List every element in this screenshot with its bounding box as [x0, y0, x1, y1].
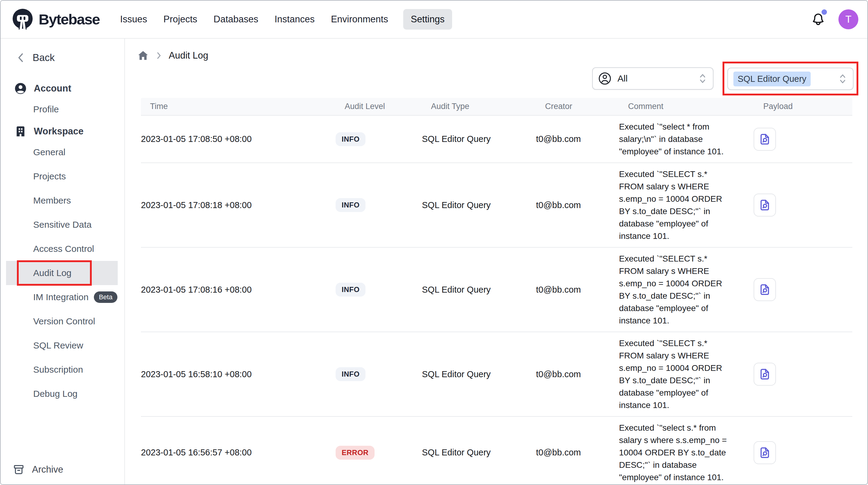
- sidebar-item-sql-review[interactable]: SQL Review: [1, 334, 118, 358]
- audit-level-badge: INFO: [336, 132, 366, 146]
- col-header-payload: Payload: [741, 102, 852, 111]
- sidebar-item-profile[interactable]: Profile: [1, 97, 118, 121]
- sidebar-item-archive[interactable]: Archive: [1, 460, 124, 479]
- chevrons-up-down-icon: [699, 74, 707, 84]
- chevrons-up-down-icon: [838, 74, 847, 84]
- row-payload-cell: [732, 194, 852, 217]
- row-level-cell: INFO: [336, 132, 422, 146]
- row-comment: Executed `"select s.* from salary s wher…: [619, 422, 732, 484]
- row-audit-type: SQL Editor Query: [422, 200, 536, 210]
- row-time: 2023-01-05 17:08:18 +08:00: [141, 200, 336, 210]
- sidebar-item-sensitive-data[interactable]: Sensitive Data: [1, 212, 118, 237]
- nav-item-settings[interactable]: Settings: [403, 9, 452, 30]
- audit-log-table: Time Audit Level Audit Type Creator Comm…: [141, 98, 852, 484]
- row-audit-type: SQL Editor Query: [422, 369, 536, 379]
- brand-name: Bytebase: [39, 11, 100, 28]
- sidebar-item-label: Debug Log: [33, 389, 78, 399]
- home-icon[interactable]: [137, 50, 149, 61]
- sidebar-item-members[interactable]: Members: [1, 189, 118, 212]
- back-label: Back: [33, 52, 55, 63]
- col-header-type: Audit Type: [431, 102, 545, 111]
- sidebar-item-subscription[interactable]: Subscription: [1, 358, 118, 382]
- archive-label: Archive: [32, 464, 63, 475]
- archive-icon: [13, 463, 25, 476]
- creator-filter-select[interactable]: All: [592, 67, 713, 90]
- payload-view-button[interactable]: [754, 278, 776, 301]
- sidebar-item-im-integration[interactable]: IM IntegrationBeta: [1, 285, 118, 309]
- file-search-icon: [758, 133, 771, 146]
- annotation-red-box-filter: SQL Editor Query: [722, 62, 858, 95]
- row-audit-type: SQL Editor Query: [422, 285, 536, 295]
- row-level-cell: INFO: [336, 198, 422, 212]
- section-header-workspace: Workspace: [1, 123, 124, 140]
- nav-item-issues[interactable]: Issues: [119, 9, 149, 30]
- sidebar-item-audit-log[interactable]: Audit Log: [6, 261, 118, 285]
- avatar[interactable]: T: [838, 9, 858, 29]
- chevron-left-icon: [16, 52, 25, 63]
- sidebar-item-label: Profile: [33, 104, 59, 114]
- sidebar-item-label: Projects: [33, 171, 66, 181]
- sidebar-item-debug-log[interactable]: Debug Log: [1, 382, 118, 406]
- sidebar-item-general[interactable]: General: [1, 140, 118, 164]
- row-audit-type: SQL Editor Query: [422, 134, 536, 144]
- row-creator: t0@bb.com: [536, 448, 619, 458]
- sidebar-item-label: General: [33, 147, 65, 157]
- sidebar-item-label: Sensitive Data: [33, 220, 91, 230]
- user-icon: [14, 82, 27, 95]
- row-comment: Executed `"SELECT s.* FROM salary s WHER…: [619, 253, 732, 327]
- notification-dot: [822, 9, 827, 15]
- row-time: 2023-01-05 17:08:16 +08:00: [141, 285, 336, 295]
- audit-level-badge: ERROR: [336, 446, 375, 460]
- row-time: 2023-01-05 17:08:50 +08:00: [141, 134, 336, 144]
- app-window: Bytebase IssuesProjectsDatabasesInstance…: [0, 0, 868, 485]
- nav-item-environments[interactable]: Environments: [330, 9, 389, 30]
- file-search-icon: [758, 446, 771, 459]
- col-header-level: Audit Level: [345, 102, 431, 111]
- sidebar-item-label: Members: [33, 195, 71, 206]
- audit-type-filter-select[interactable]: SQL Editor Query: [727, 68, 854, 90]
- nav-item-instances[interactable]: Instances: [273, 9, 316, 30]
- audit-type-filter-value: SQL Editor Query: [734, 72, 811, 86]
- filters-row: All SQL Editor Query: [141, 62, 858, 95]
- sidebar-item-label: IM Integration: [33, 292, 88, 302]
- row-comment: Executed `"select * from salary;\n"` in …: [619, 120, 732, 158]
- table-body: 2023-01-05 17:08:50 +08:00 INFO SQL Edit…: [141, 115, 852, 484]
- section-label: Account: [34, 83, 71, 94]
- audit-level-badge: INFO: [336, 198, 366, 212]
- section-header-account: Account: [1, 80, 124, 97]
- col-header-comment: Comment: [628, 102, 741, 111]
- payload-view-button[interactable]: [754, 363, 776, 386]
- sidebar-item-access-control[interactable]: Access Control: [1, 237, 118, 261]
- row-audit-type: SQL Editor Query: [422, 448, 536, 458]
- row-payload-cell: [732, 363, 852, 386]
- row-level-cell: INFO: [336, 367, 422, 381]
- payload-view-button[interactable]: [754, 194, 776, 217]
- file-search-icon: [758, 199, 771, 211]
- nav-item-databases[interactable]: Databases: [213, 9, 259, 30]
- bytebase-logo-icon: [11, 7, 34, 31]
- payload-view-button[interactable]: [754, 128, 776, 151]
- top-navbar: Bytebase IssuesProjectsDatabasesInstance…: [1, 1, 867, 39]
- table-row: 2023-01-05 16:56:57 +08:00 ERROR SQL Edi…: [141, 416, 852, 484]
- row-time: 2023-01-05 16:58:10 +08:00: [141, 369, 336, 379]
- file-search-icon: [758, 283, 771, 296]
- row-level-cell: ERROR: [336, 446, 422, 460]
- row-payload-cell: [732, 278, 852, 301]
- table-row: 2023-01-05 16:58:10 +08:00 INFO SQL Edit…: [141, 332, 852, 416]
- sidebar-item-label: Audit Log: [33, 268, 71, 278]
- audit-level-badge: INFO: [336, 367, 366, 381]
- payload-view-button[interactable]: [754, 441, 776, 464]
- notification-bell-icon[interactable]: [811, 12, 825, 27]
- sidebar-item-label: Version Control: [33, 316, 95, 326]
- sidebar-item-projects[interactable]: Projects: [1, 164, 118, 189]
- back-button[interactable]: Back: [1, 49, 124, 66]
- sidebar-item-label: Subscription: [33, 365, 83, 375]
- sidebar-item-label: Access Control: [33, 244, 94, 254]
- col-header-creator: Creator: [545, 102, 628, 111]
- nav-item-projects[interactable]: Projects: [162, 9, 198, 30]
- row-creator: t0@bb.com: [536, 200, 619, 210]
- sidebar-item-label: SQL Review: [33, 340, 83, 351]
- sidebar-item-version-control[interactable]: Version Control: [1, 309, 118, 334]
- chevron-right-icon: [155, 51, 162, 60]
- brand[interactable]: Bytebase: [11, 7, 100, 31]
